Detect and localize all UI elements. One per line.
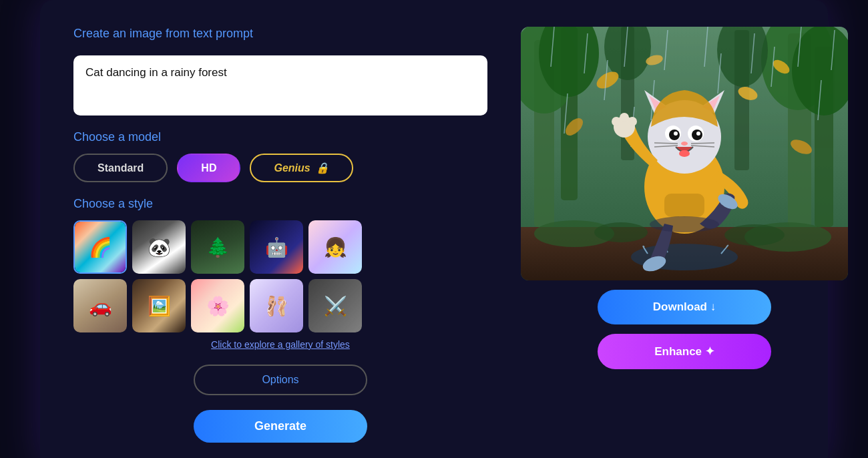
svg-point-61	[620, 113, 629, 122]
page-title: Create an image from text prompt	[73, 27, 487, 41]
model-hd-button[interactable]: HD	[177, 154, 240, 182]
style-thumb-8[interactable]: 🌸	[191, 279, 244, 332]
style-section: Choose a style 🌈 🐼 🌲 🤖 👧 🚗 🖼️ 🌸 🩰 ⚔️ Cli…	[73, 197, 487, 350]
svg-point-60	[612, 117, 621, 126]
style-thumb-5[interactable]: 👧	[308, 220, 362, 274]
style-thumb-3[interactable]: 🌲	[191, 220, 244, 274]
style-thumb-4[interactable]: 🤖	[250, 220, 303, 274]
model-genius-button[interactable]: Genius 🔒	[250, 154, 353, 182]
style-thumb-1[interactable]: 🌈	[73, 220, 127, 274]
style-thumb-9[interactable]: 🩰	[250, 279, 303, 332]
svg-line-54	[654, 143, 678, 144]
svg-point-53	[679, 150, 690, 157]
model-section: Choose a model Standard HD Genius 🔒	[73, 130, 487, 182]
style-thumb-6[interactable]: 🚗	[73, 279, 127, 332]
style-thumb-7[interactable]: 🖼️	[132, 279, 186, 332]
prompt-input[interactable]	[73, 55, 487, 116]
gallery-link[interactable]: Click to explore a gallery of styles	[73, 339, 487, 350]
app-container: Create an image from text prompt Choose …	[40, 0, 828, 458]
left-panel: Create an image from text prompt Choose …	[73, 27, 487, 443]
svg-point-52	[681, 142, 688, 146]
svg-point-51	[696, 132, 700, 136]
enhance-button[interactable]: Enhance ✦	[598, 334, 771, 369]
options-button[interactable]: Options	[194, 365, 367, 395]
style-thumb-10[interactable]: ⚔️	[308, 279, 362, 332]
right-panel: Download ↓ Enhance ✦	[521, 27, 848, 369]
style-thumb-2[interactable]: 🐼	[132, 220, 186, 274]
svg-point-39	[724, 224, 785, 246]
model-buttons: Standard HD Genius 🔒	[73, 154, 487, 182]
generate-button[interactable]: Generate	[194, 410, 367, 443]
svg-line-56	[691, 143, 714, 144]
style-grid: 🌈 🐼 🌲 🤖 👧 🚗 🖼️ 🌸 🩰 ⚔️	[73, 220, 487, 332]
svg-point-62	[628, 117, 637, 126]
model-label: Choose a model	[73, 130, 487, 144]
svg-point-38	[594, 222, 648, 242]
download-button[interactable]: Download ↓	[598, 290, 771, 324]
svg-rect-58	[664, 194, 704, 217]
svg-point-50	[674, 132, 678, 136]
svg-point-65	[650, 216, 719, 232]
style-label: Choose a style	[73, 197, 487, 211]
generated-image	[521, 27, 848, 280]
lock-icon: 🔒	[316, 162, 329, 174]
model-standard-button[interactable]: Standard	[73, 154, 168, 182]
